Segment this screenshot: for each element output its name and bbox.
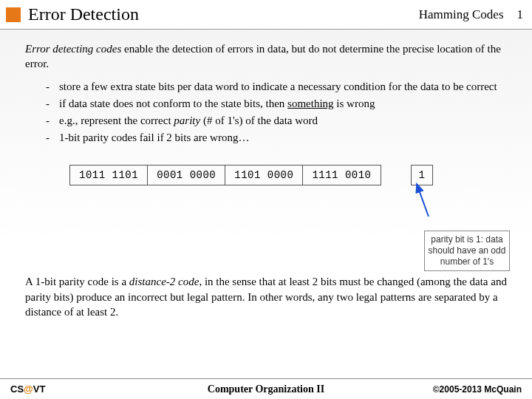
slide-content: Error detecting codes enable the detecti… (0, 30, 532, 377)
bullet-item: -e.g., represent the correct parity (# o… (46, 113, 507, 128)
bullet-dash: - (46, 96, 59, 111)
bullet-dash: - (46, 130, 59, 145)
data-row: 1011 11010001 00001101 00001111 0010 1 (69, 165, 507, 186)
data-cell: 0001 0000 (148, 166, 225, 185)
bullet-item: -store a few extra state bits per data w… (46, 79, 507, 94)
slide-header: Error Detection Hamming Codes 1 (0, 0, 532, 30)
data-word-table: 1011 11010001 00001101 00001111 0010 (69, 165, 381, 186)
parity-wrap: 1 (411, 165, 433, 186)
bullet-text: store a few extra state bits per data wo… (59, 79, 507, 94)
page-number: 1 (517, 7, 524, 22)
bullet-list: -store a few extra state bits per data w… (46, 79, 507, 146)
svg-line-0 (417, 184, 429, 216)
brand-square-icon (6, 7, 21, 22)
intro-lead: Error detecting codes (25, 43, 121, 55)
footer-course: Computer Organization II (0, 383, 532, 395)
bullet-dash: - (46, 79, 59, 94)
topic-label: Hamming Codes (419, 7, 504, 22)
para2-b: distance-2 code (129, 276, 200, 287)
bullet-text: if data state does not conform to the st… (59, 96, 507, 111)
bullet-item: -1-bit parity codes fail if 2 bits are w… (46, 130, 507, 145)
slide-footer: CS@VT Computer Organization II ©2005-201… (0, 378, 532, 399)
data-cell: 1011 1101 (70, 166, 148, 185)
parity-callout: parity bit is 1: data should have an odd… (424, 231, 510, 271)
bullet-text: 1-bit parity codes fail if 2 bits are wr… (59, 130, 507, 145)
bullet-text: e.g., represent the correct parity (# of… (59, 113, 507, 128)
bullet-dash: - (46, 113, 59, 128)
slide-title: Error Detection (28, 4, 419, 24)
distance-paragraph: A 1-bit parity code is a distance-2 code… (25, 274, 507, 319)
intro-paragraph: Error detecting codes enable the detecti… (25, 41, 507, 72)
bullet-item: -if data state does not conform to the s… (46, 96, 507, 111)
para2-a: A 1-bit parity code is a (25, 276, 129, 287)
arrow-icon (390, 181, 434, 218)
data-cell: 1111 0010 (303, 166, 380, 185)
data-cell: 1101 0000 (225, 166, 303, 185)
